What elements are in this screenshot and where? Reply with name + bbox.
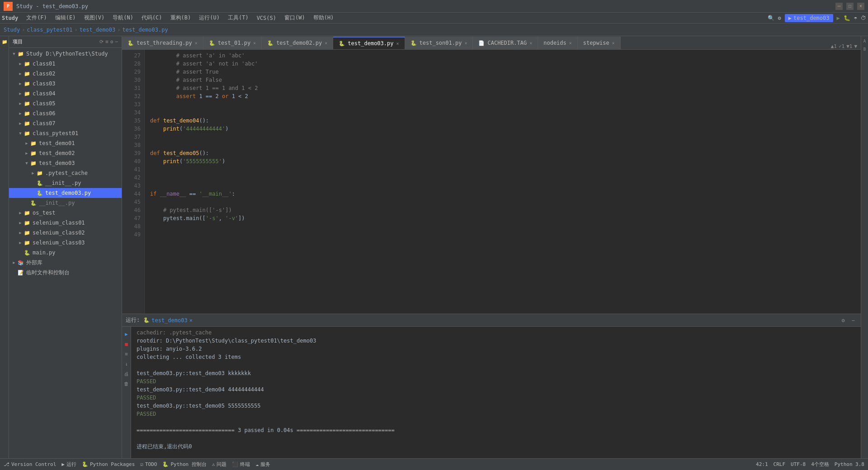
menu-help[interactable]: 帮助(H)	[310, 13, 338, 23]
tree-item-class03[interactable]: ▶ 📁 class03	[9, 79, 122, 89]
tree-item-test-demo03[interactable]: ▼ 📁 test_demo03	[9, 158, 122, 168]
tree-item-class01[interactable]: ▶ 📁 class01	[9, 59, 122, 69]
editor-area: 🐍 test_threading.py × 🐍 test_01.py × 🐍 t…	[122, 36, 861, 314]
profile-button[interactable]: ⏱	[861, 15, 866, 21]
status-problems[interactable]: ⚠ 问题	[212, 461, 227, 468]
breadcrumb-class[interactable]: class_pytest01	[27, 27, 72, 33]
status-encoding[interactable]: UTF-8	[791, 461, 806, 467]
tree-item-class04[interactable]: ▶ 📁 class04	[9, 89, 122, 99]
tab-close-icon[interactable]: ×	[396, 41, 399, 46]
minimize-button[interactable]: ─	[835, 3, 843, 10]
sync-icon[interactable]: ⟳	[99, 39, 104, 45]
right-panel-btn2[interactable]: B	[862, 46, 868, 52]
tab-close-icon[interactable]: ×	[569, 41, 572, 46]
right-panel-btn1[interactable]: A	[862, 38, 868, 44]
search-everywhere-icon[interactable]: 🔍	[768, 15, 774, 21]
menu-run[interactable]: 运行(U)	[195, 13, 223, 23]
tree-item-class07[interactable]: ▶ 📁 class07	[9, 118, 122, 128]
rerun-button[interactable]: ▶	[123, 330, 130, 338]
menu-window[interactable]: 窗口(W)	[281, 13, 309, 23]
restore-layout-button[interactable]: ≡	[123, 350, 130, 357]
run-config-button[interactable]: ▶ test_demo03	[785, 14, 833, 22]
tree-item-selenium03[interactable]: ▶ 📁 selenium_class03	[9, 238, 122, 248]
settings-icon[interactable]: ⚙	[778, 15, 781, 21]
tree-item-selenium02[interactable]: ▶ 📁 selenium_class02	[9, 228, 122, 238]
status-terminal[interactable]: ⬛ 终端	[232, 461, 250, 468]
scroll-to-end-button[interactable]: ↓	[123, 360, 130, 367]
tab-cachedir[interactable]: 📄 CACHEDIR.TAG ×	[473, 37, 538, 49]
settings-icon[interactable]: ⚙	[839, 316, 847, 324]
tab-close-icon[interactable]: ×	[464, 41, 467, 46]
debug-button[interactable]: 🐛	[844, 15, 850, 21]
tab-nodeids[interactable]: nodeids ×	[538, 37, 578, 49]
menu-file[interactable]: 文件(F)	[23, 13, 51, 23]
tab-close-icon[interactable]: ×	[325, 41, 327, 46]
menu-edit[interactable]: 编辑(E)	[52, 13, 80, 23]
tree-item-class-pytest01[interactable]: ▼ 📁 class_pytest01	[9, 128, 122, 138]
output-line-passed: PASSED	[137, 394, 855, 402]
clear-button[interactable]: 🗑	[123, 380, 130, 387]
close-button[interactable]: ×	[857, 3, 864, 10]
status-position[interactable]: 42:1	[756, 461, 768, 467]
run-button[interactable]: ▶	[837, 15, 840, 21]
status-indent[interactable]: 4个空格	[811, 461, 829, 468]
tree-item-pytest-cache[interactable]: ▶ 📁 .pytest_cache	[9, 168, 122, 178]
todo-icon: ☑	[140, 461, 143, 467]
close-panel-icon[interactable]: −	[115, 39, 118, 45]
minimize-panel-icon[interactable]: −	[849, 316, 857, 324]
status-todo[interactable]: ☑ TODO	[140, 461, 157, 467]
tree-item-study[interactable]: ▼ 📁 Study D:\PythonTest\Study	[9, 49, 122, 59]
print-button[interactable]: 🖨	[123, 370, 130, 377]
breadcrumb-study[interactable]: Study	[4, 27, 20, 33]
tab-test-demo02[interactable]: 🐍 test_demo02.py ×	[262, 37, 333, 49]
menu-navigate[interactable]: 导航(N)	[109, 13, 137, 23]
tab-close-icon[interactable]: ×	[529, 41, 532, 46]
menu-refactor[interactable]: 重构(B)	[167, 13, 195, 23]
collapse-icon[interactable]: ≡	[105, 39, 108, 45]
breadcrumb-file[interactable]: test_demo03.py	[122, 27, 168, 33]
tree-item-class05[interactable]: ▶ 📁 class05	[9, 99, 122, 108]
tab-stepwise[interactable]: stepwise ×	[578, 37, 621, 49]
tab-test01[interactable]: 🐍 test_01.py ×	[203, 37, 262, 49]
menu-vcs[interactable]: VCS(S)	[253, 14, 280, 22]
tree-item-class06[interactable]: ▶ 📁 class06	[9, 108, 122, 118]
maximize-button[interactable]: □	[846, 3, 854, 10]
coverage-button[interactable]: ☂	[854, 15, 857, 21]
tree-item-external-libs[interactable]: ▶ 📚 外部库	[9, 258, 122, 268]
stop-button[interactable]: ■	[123, 340, 130, 348]
status-python-console[interactable]: 🐍 Python 控制台	[162, 461, 206, 468]
settings-icon[interactable]: ⚙	[110, 39, 113, 45]
code-editor[interactable]: 27 28 29 30 31 32 33 34 35 36 37 38 39 4…	[122, 50, 861, 314]
tree-item-init-py1[interactable]: 🐍 __init__.py	[9, 178, 122, 188]
tab-test-son01[interactable]: 🐍 test_son01.py ×	[405, 37, 473, 49]
status-services[interactable]: ☁ 服务	[255, 461, 270, 468]
tree-item-init-py2[interactable]: 🐍 __init__.py	[9, 198, 122, 208]
tab-close-icon[interactable]: ×	[195, 41, 198, 46]
tree-item-selenium01[interactable]: ▶ 📁 selenium_class01	[9, 218, 122, 228]
tab-close-icon[interactable]: ×	[253, 41, 256, 46]
status-language[interactable]: Python 3.8	[835, 461, 864, 467]
tab-test-demo03[interactable]: 🐍 test_demo03.py ×	[333, 37, 405, 49]
status-run[interactable]: ▶ 运行	[61, 461, 76, 468]
menu-code[interactable]: 代码(C)	[138, 13, 166, 23]
status-version-control[interactable]: ⎇ Version Control	[4, 461, 56, 467]
tab-close-icon[interactable]: ×	[612, 41, 615, 46]
tree-item-class02[interactable]: ▶ 📁 class02	[9, 69, 122, 79]
tab-bar: 🐍 test_threading.py × 🐍 test_01.py × 🐍 t…	[122, 36, 861, 50]
tree-item-test-demo01[interactable]: ▶ 📁 test_demo01	[9, 138, 122, 148]
code-content[interactable]: # assert 'a' in 'abc' # assert 'a' not i…	[145, 50, 861, 314]
menu-tools[interactable]: 工具(T)	[224, 13, 252, 23]
project-icon[interactable]: 📁	[1, 38, 8, 45]
git-icon: ⎇	[4, 461, 9, 467]
run-tab-label[interactable]: 🐍 test_demo03 ×	[143, 317, 193, 324]
tree-item-test-demo02[interactable]: ▶ 📁 test_demo02	[9, 148, 122, 158]
breadcrumb-testdemo[interactable]: test_demo03	[80, 27, 115, 33]
tree-item-scratch[interactable]: 📝 临时文件和控制台	[9, 268, 122, 277]
tree-item-test-demo03-py[interactable]: 🐍 test_demo03.py	[9, 188, 122, 198]
status-python-packages[interactable]: 🐍 Python Packages	[82, 461, 135, 467]
tab-test-threading[interactable]: 🐍 test_threading.py ×	[122, 37, 203, 49]
tree-item-os-test[interactable]: ▶ 📁 os_test	[9, 208, 122, 218]
tree-item-main-py[interactable]: 🐍 main.py	[9, 248, 122, 258]
menu-view[interactable]: 视图(V)	[80, 13, 108, 23]
status-line-ending[interactable]: CRLF	[774, 461, 786, 467]
